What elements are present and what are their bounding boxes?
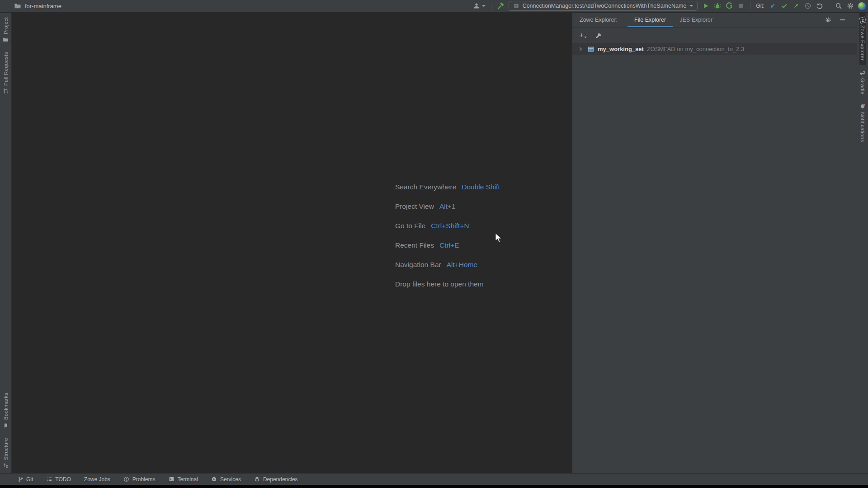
search-everywhere-button[interactable] <box>835 2 842 10</box>
hint-row: Navigation Bar Alt+Home <box>395 255 500 274</box>
working-set-icon <box>588 46 594 52</box>
hint-label: Search Everywhere <box>395 183 456 191</box>
zowe-explorer-panel: Zowe Explorer: File Explorer JES Explore… <box>572 13 857 473</box>
chevron-down-icon <box>584 37 587 38</box>
statusbar-label: Git <box>26 476 33 483</box>
run-button[interactable] <box>702 2 709 10</box>
hint-shortcut: Alt+Home <box>447 261 478 269</box>
main-area: Project Pull Requests Bookmarks Struc <box>0 13 868 473</box>
statusbar-item-dependencies[interactable]: Dependencies <box>254 476 298 483</box>
settings-gear-button[interactable] <box>846 2 854 10</box>
sidebar-item-gradle[interactable]: Gradle <box>859 65 866 99</box>
chevron-down-icon <box>482 5 486 7</box>
statusbar-item-terminal[interactable]: Terminal <box>169 476 198 483</box>
statusbar-label: Terminal <box>178 476 198 483</box>
hide-panel-icon[interactable] <box>840 19 845 20</box>
git-update-button[interactable] <box>769 2 776 10</box>
code-with-me-users-button[interactable] <box>473 2 486 10</box>
rollback-button[interactable] <box>816 2 823 10</box>
project-folder-icon <box>14 2 21 10</box>
statusbar-label: Services <box>220 476 241 483</box>
plus-icon: + <box>579 32 584 38</box>
hint-shortcut: Alt+1 <box>439 202 456 211</box>
folder-icon <box>3 37 9 43</box>
run-configuration-name: ConnectionManager.testAddTwoConnectionsW… <box>523 3 687 9</box>
bottom-black-band <box>0 485 868 488</box>
sidebar-item-structure[interactable]: Structure <box>3 433 9 473</box>
zowe-panel-toolbar: + <box>572 28 857 43</box>
statusbar-item-git[interactable]: Git <box>17 476 33 483</box>
drop-files-hint: Drop files here to open them <box>395 280 484 288</box>
statusbar-item-todo[interactable]: TODO <box>46 476 71 483</box>
sidebar-item-project[interactable]: Project <box>3 13 9 47</box>
sidebar-item-bookmarks[interactable]: Bookmarks <box>3 388 9 433</box>
tab-file-explorer[interactable]: File Explorer <box>627 13 673 27</box>
edit-wrench-button[interactable] <box>595 32 602 38</box>
pull-request-icon <box>3 88 9 94</box>
gradle-stripe-label: Gradle <box>860 78 865 94</box>
notifications-bell-icon <box>859 103 866 110</box>
statusbar-label: TODO <box>55 476 71 483</box>
git-push-button[interactable] <box>792 2 800 10</box>
hint-shortcut: Ctrl+Shift+N <box>431 222 469 230</box>
title-bar: for-mainframe ConnectionManager.testAddT… <box>0 0 868 12</box>
pull-requests-stripe-label: Pull Requests <box>3 52 9 86</box>
stop-button[interactable] <box>737 2 745 10</box>
bookmark-icon <box>3 422 9 429</box>
hint-row-drop-files: Drop files here to open them <box>395 274 500 294</box>
run-with-coverage-button[interactable] <box>725 2 733 10</box>
statusbar-item-services[interactable]: Services <box>211 476 241 483</box>
build-hammer-button[interactable] <box>497 2 505 10</box>
working-set-detail: ZOSMFAD on my_connection_to_2.3 <box>647 46 744 52</box>
problems-icon <box>123 476 130 483</box>
statusbar-label: Dependencies <box>263 476 298 483</box>
debug-button[interactable] <box>713 2 721 10</box>
statusbar-item-problems[interactable]: Problems <box>123 476 156 483</box>
hint-row: Project View Alt+1 <box>395 197 500 216</box>
zowe-explorer-stripe-label: Zowe Explorer <box>860 25 865 61</box>
zowe-panel-title: Zowe Explorer: <box>580 17 618 23</box>
run-configuration-select[interactable]: ConnectionManager.testAddTwoConnectionsW… <box>509 1 698 11</box>
add-working-set-button[interactable]: + <box>579 32 587 38</box>
chevron-right-icon[interactable] <box>577 46 584 52</box>
structure-stripe-label: Structure <box>3 438 9 460</box>
history-clock-button[interactable] <box>804 2 811 10</box>
editor-empty-area: Search Everywhere Double Shift Project V… <box>12 13 572 473</box>
notifications-stripe-label: Notifications <box>860 112 865 142</box>
tree-row-working-set[interactable]: my_working_set ZOSMFAD on my_connection_… <box>572 43 857 55</box>
hint-row: Search Everywhere Double Shift <box>395 177 500 197</box>
gradle-elephant-icon <box>859 70 866 76</box>
tab-jes-explorer[interactable]: JES Explorer <box>673 13 719 27</box>
statusbar-label: Problems <box>132 476 156 483</box>
ide-update-sphere-icon[interactable] <box>858 2 866 10</box>
toolbar-separator <box>491 2 491 9</box>
project-stripe-label: Project <box>3 17 9 34</box>
sidebar-item-zowe-explorer[interactable]: Z Zowe Explorer <box>859 13 866 65</box>
hint-shortcut: Ctrl+E <box>439 241 459 249</box>
toolbar-separator <box>750 2 750 9</box>
zowe-logo-icon: Z <box>859 17 866 24</box>
hint-row: Go to File Ctrl+Shift+N <box>395 216 500 235</box>
zowe-panel-header: Zowe Explorer: File Explorer JES Explore… <box>572 13 857 28</box>
git-label: Git: <box>756 3 764 9</box>
panel-settings-gear-icon[interactable] <box>825 17 831 23</box>
services-icon <box>211 476 217 483</box>
status-bar: Git TODO Zowe Jobs Problems Terminal Ser… <box>0 473 868 485</box>
statusbar-item-zowe-jobs[interactable]: Zowe Jobs <box>84 476 110 483</box>
mouse-cursor <box>495 233 504 244</box>
sidebar-item-notifications[interactable]: Notifications <box>859 99 866 147</box>
structure-icon <box>3 462 9 469</box>
git-commit-button[interactable] <box>780 2 788 10</box>
terminal-icon <box>169 476 175 483</box>
editor-shortcut-hints: Search Everywhere Double Shift Project V… <box>395 177 500 294</box>
chevron-down-icon <box>689 5 693 7</box>
todo-list-icon <box>46 476 52 483</box>
bookmarks-stripe-label: Bookmarks <box>3 393 9 420</box>
hint-label: Project View <box>395 202 434 211</box>
right-tool-stripe: Z Zowe Explorer Gradle Notifications <box>857 13 868 473</box>
dependencies-layers-icon <box>254 476 260 483</box>
left-tool-stripe: Project Pull Requests Bookmarks Struc <box>0 13 12 473</box>
user-icon <box>473 2 481 10</box>
sidebar-item-pull-requests[interactable]: Pull Requests <box>3 47 9 99</box>
hint-shortcut: Double Shift <box>462 183 500 191</box>
